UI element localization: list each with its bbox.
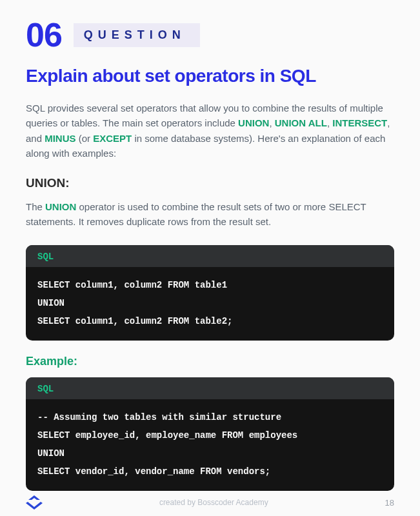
code-language-label: SQL <box>37 252 54 262</box>
question-header: 06 QUESTION <box>26 18 394 52</box>
union-description: The UNION operator is used to combine th… <box>26 199 394 230</box>
keyword-union-all: UNION ALL <box>275 117 327 128</box>
code-language-label: SQL <box>37 384 54 394</box>
logo-icon <box>26 495 43 510</box>
intro-paragraph: SQL provides several set operators that … <box>26 101 394 161</box>
keyword-minus: MINUS <box>45 133 75 144</box>
code-block-union: SQL SELECT column1, column2 FROM table1 … <box>26 245 394 341</box>
code-body: -- Assuming two tables with similar stru… <box>26 399 394 491</box>
intro-text: (or <box>76 133 94 144</box>
intro-text: , <box>327 117 332 128</box>
page-title: Explain about set operators in SQL <box>26 66 394 86</box>
desc-text: The <box>26 201 45 212</box>
intro-text: , <box>269 117 274 128</box>
question-number: 06 <box>26 18 62 52</box>
keyword-intersect: INTERSECT <box>332 117 387 128</box>
keyword-union-inline: UNION <box>45 201 76 212</box>
footer-credit: created by Bosscoder Academy <box>43 498 385 507</box>
code-body: SELECT column1, column2 FROM table1 UNIO… <box>26 267 394 341</box>
page-footer: created by Bosscoder Academy 18 <box>26 495 394 510</box>
desc-text: operator is used to combine the result s… <box>26 201 366 227</box>
code-block-header: SQL <box>26 245 394 267</box>
code-block-example: SQL -- Assuming two tables with similar … <box>26 377 394 491</box>
code-block-header: SQL <box>26 377 394 399</box>
keyword-except: EXCEPT <box>93 133 132 144</box>
section-heading-union: UNION: <box>26 176 394 190</box>
footer-logo <box>26 495 43 510</box>
page-number: 18 <box>385 498 394 508</box>
example-heading: Example: <box>26 355 394 368</box>
keyword-union: UNION <box>238 117 269 128</box>
question-label: QUESTION <box>74 23 200 47</box>
